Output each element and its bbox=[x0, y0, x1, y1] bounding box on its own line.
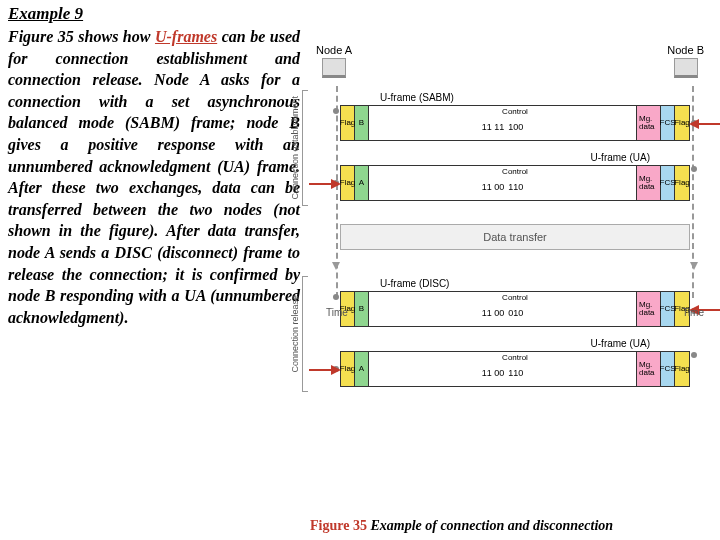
seg-mg: Mg. data bbox=[637, 352, 661, 386]
seg-mg: Mg. data bbox=[637, 166, 661, 200]
seg-addr: B bbox=[355, 292, 369, 326]
text-column: Example 9 Figure 35 shows how U-frames c… bbox=[8, 4, 308, 328]
phase2-label: Connection release bbox=[290, 295, 300, 373]
seg-addr: A bbox=[355, 352, 369, 386]
seg-flag: Flag bbox=[341, 352, 355, 386]
node-b-label: Node B bbox=[667, 44, 704, 56]
caption-body: Example of connection and disconnection bbox=[367, 518, 613, 533]
dot bbox=[691, 166, 697, 172]
arrow-left-icon bbox=[309, 183, 339, 185]
phase-establishment: Connection establishment bbox=[290, 90, 308, 206]
seg-fcs: FCS bbox=[661, 166, 675, 200]
dot bbox=[691, 352, 697, 358]
arrow-left-icon bbox=[309, 369, 339, 371]
node-b-box bbox=[674, 58, 698, 78]
frame-sabm-title: U-frame (SABM) bbox=[340, 92, 690, 103]
frame-ua1: U-frame (UA) Flag A Control 11 00110 Mg.… bbox=[340, 152, 690, 201]
arrow-right-icon bbox=[691, 123, 720, 125]
frame-ua1-title: U-frame (UA) bbox=[340, 152, 690, 163]
frame-ua2-title: U-frame (UA) bbox=[340, 338, 690, 349]
timelines: Connection establishment Connection rele… bbox=[308, 86, 712, 298]
node-a-label: Node A bbox=[316, 44, 352, 56]
time-label-a: Time bbox=[326, 307, 348, 318]
figure-number: Figure 35 bbox=[310, 518, 367, 533]
diagram-area: Node A Node B Connection establishment C… bbox=[308, 4, 712, 328]
node-a-box bbox=[322, 58, 346, 78]
uframes-term: U-frames bbox=[155, 28, 217, 45]
para-pre: Figure 35 shows how bbox=[8, 28, 155, 45]
seg-flag: Flag bbox=[341, 106, 355, 140]
arrow-down-a bbox=[332, 262, 340, 270]
phase-release: Connection release bbox=[290, 276, 308, 392]
frame-ua2: U-frame (UA) Flag A Control 11 00110 Mg.… bbox=[340, 338, 690, 387]
seg-flag: Flag bbox=[341, 166, 355, 200]
node-b: Node B bbox=[667, 44, 704, 78]
seg-control: Control 11 00110 bbox=[369, 352, 637, 386]
para-post: can be used for connection establishment… bbox=[8, 28, 300, 326]
seg-mg: Mg. data bbox=[637, 292, 661, 326]
seg-addr: B bbox=[355, 106, 369, 140]
figure-caption: Figure 35 Example of connection and disc… bbox=[310, 518, 613, 534]
frame-sabm: U-frame (SABM) Flag B Control 11 11100 M… bbox=[340, 92, 690, 141]
data-transfer-box: Data transfer bbox=[340, 224, 690, 250]
example-title: Example 9 bbox=[8, 4, 300, 24]
seg-mg: Mg. data bbox=[637, 106, 661, 140]
seg-fcs: FCS bbox=[661, 352, 675, 386]
seg-flag: Flag bbox=[675, 166, 689, 200]
phase1-label: Connection establishment bbox=[290, 96, 300, 200]
frame-disc-title: U-frame (DISC) bbox=[340, 278, 690, 289]
seg-fcs: FCS bbox=[661, 292, 675, 326]
seg-fcs: FCS bbox=[661, 106, 675, 140]
node-a: Node A bbox=[316, 44, 352, 78]
dot bbox=[333, 294, 339, 300]
seg-control: Control 11 00110 bbox=[369, 166, 637, 200]
frame-disc: U-frame (DISC) Flag B Control 11 00010 M… bbox=[340, 278, 690, 327]
time-label-b: Time bbox=[682, 307, 704, 318]
arrow-down-b bbox=[690, 262, 698, 270]
seg-addr: A bbox=[355, 166, 369, 200]
seg-control: Control 11 11100 bbox=[369, 106, 637, 140]
seg-flag: Flag bbox=[675, 106, 689, 140]
seg-control: Control 11 00010 bbox=[369, 292, 637, 326]
body-paragraph: Figure 35 shows how U-frames can be used… bbox=[8, 26, 300, 328]
dot bbox=[333, 108, 339, 114]
seg-flag: Flag bbox=[675, 352, 689, 386]
